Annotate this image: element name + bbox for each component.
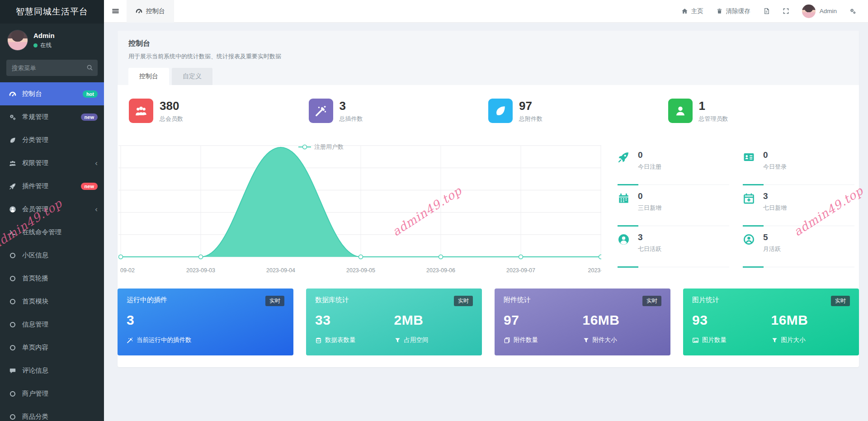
home-label: 主页	[691, 7, 703, 15]
quick-stats-grid: 0今日注册0今日登录0三日新增3七日新增3七日活跃5月活跃	[618, 144, 854, 279]
avatar[interactable]	[7, 30, 28, 51]
funnel-icon	[771, 337, 778, 344]
topbar-tab-label: 控制台	[146, 7, 165, 15]
search-input[interactable]	[6, 60, 98, 76]
panel-metric-label-row: 附件数量	[504, 336, 583, 344]
quick-stat-item: 3七日活跃	[618, 226, 729, 267]
sidebar-item-member[interactable]: 会员管理‹	[0, 198, 104, 221]
x-tick-label: 2023-09-0	[588, 267, 602, 274]
leaf-icon	[9, 137, 16, 144]
user-fill-icon	[618, 233, 630, 246]
tab-custom[interactable]: 自定义	[172, 68, 212, 85]
legend-label: 注册用户数	[314, 143, 344, 151]
sidebar-item-command[interactable]: 在线命令管理	[0, 221, 104, 244]
docs-button[interactable]	[763, 8, 770, 14]
chart-point[interactable]	[519, 255, 523, 259]
sidebar-item-label: 分类管理	[22, 136, 98, 144]
sidebar-item-permission[interactable]: 权限管理‹	[0, 151, 104, 175]
sidebar-item-icon	[9, 205, 16, 213]
chart-legend[interactable]: 注册用户数	[298, 143, 344, 151]
sidebar-item-dashboard[interactable]: 控制台hot	[0, 82, 104, 105]
sidebar-item-label: 首页轮播	[22, 274, 98, 283]
sidebar-item-icon	[9, 251, 16, 259]
panel-images: 图片统计实时93图片数量16MB图片大小	[683, 289, 859, 355]
avatar	[802, 5, 816, 18]
stat-value: 1	[699, 99, 728, 113]
panel-metric-label: 当前运行中的插件数	[137, 336, 192, 344]
user-ring-icon	[743, 233, 755, 246]
chart-point[interactable]	[599, 255, 602, 259]
stat-label: 总插件数	[340, 115, 363, 123]
app-root: 智慧同城生活平台 Admin 在线 控制台hot常规管理new分类管理权限管理‹…	[0, 0, 868, 421]
rocket-icon	[9, 183, 16, 190]
sidebar-item-label: 插件管理	[22, 182, 78, 190]
panel-metric: 93图片数量	[692, 312, 771, 344]
leaf-icon	[494, 104, 507, 117]
user-name: Admin	[33, 32, 55, 39]
panel-metric-label-row: 数据表数量	[315, 336, 394, 344]
quick-stat-item: 0今日登录	[743, 144, 854, 185]
legend-marker-icon	[298, 144, 311, 150]
sidebar-item-goods[interactable]: 商品分类	[0, 405, 104, 421]
tab-dashboard[interactable]: 控制台	[128, 68, 169, 85]
bars-icon	[112, 7, 119, 15]
user-panel: Admin 在线	[0, 24, 104, 56]
quick-stat-label: 月活跃	[763, 245, 781, 253]
stat-icon	[488, 99, 513, 123]
sidebar-item-merchant[interactable]: 商户管理	[0, 382, 104, 405]
clear-cache-button[interactable]: 清除缓存	[716, 7, 750, 15]
sidebar-item-info[interactable]: 信息管理	[0, 313, 104, 336]
sidebar-menu: 控制台hot常规管理new分类管理权限管理‹插件管理new会员管理‹在线命令管理…	[0, 82, 104, 421]
sidebar-item-badge: new	[81, 183, 98, 190]
settings-button[interactable]	[849, 8, 856, 14]
sidebar-item-page[interactable]: 单页内容	[0, 336, 104, 359]
chart-point[interactable]	[199, 255, 203, 259]
sidebar-item-comment[interactable]: 评论信息	[0, 359, 104, 382]
home-link[interactable]: 主页	[681, 7, 703, 15]
stat-label: 总附件数	[519, 115, 542, 123]
sidebar-item-badge: new	[81, 114, 98, 121]
stat-icon	[129, 99, 153, 123]
panel-metric: 16MB图片大小	[771, 312, 850, 344]
sidebar-item-category[interactable]: 分类管理	[0, 128, 104, 151]
panel-metric-label-row: 图片数量	[692, 336, 771, 344]
chart-point[interactable]	[359, 255, 363, 259]
quick-stat-icon	[743, 192, 757, 204]
sidebar-item-plugin[interactable]: 插件管理new	[0, 175, 104, 198]
funnel-icon	[394, 337, 401, 344]
sidebar-item-banner[interactable]: 首页轮播	[0, 267, 104, 290]
topbar-user[interactable]: Admin	[802, 5, 837, 18]
sidebar-search	[6, 60, 98, 76]
sidebar-item-icon	[9, 182, 16, 190]
topbar-tab-dashboard[interactable]: 控制台	[127, 0, 174, 23]
panel-metric-label-row: 附件大小	[583, 336, 662, 344]
chart-point[interactable]	[439, 255, 443, 259]
sidebar-item-module[interactable]: 首页模块	[0, 290, 104, 313]
user-status: 在线	[33, 42, 55, 49]
calendar-plus-icon	[743, 192, 755, 204]
home-icon	[681, 8, 688, 14]
sidebar-item-label: 会员管理	[22, 205, 92, 213]
quick-stat-label: 七日新增	[763, 204, 787, 212]
sidebar-item-icon	[9, 367, 16, 374]
expand-icon	[783, 8, 789, 14]
sidebar-item-general[interactable]: 常规管理new	[0, 105, 104, 128]
sidebar-item-icon	[9, 228, 16, 236]
gears-icon	[9, 114, 16, 121]
x-tick-label: 09-02	[120, 267, 135, 274]
idcard-icon	[743, 151, 755, 163]
search-icon	[86, 64, 93, 71]
realtime-badge: 实时	[642, 296, 661, 306]
main-area: 控制台 主页 清除缓存 Admin 控制台 用于展示当前系统中的统计数据、统计报…	[104, 0, 868, 421]
sidebar-item-icon	[9, 321, 16, 328]
sidebar-toggle-button[interactable]	[104, 0, 127, 23]
fullscreen-button[interactable]	[783, 8, 789, 14]
panel-metric-label: 附件数量	[514, 336, 538, 344]
panel-metric-label: 数据表数量	[325, 336, 356, 344]
panel-metric-label: 附件大小	[593, 336, 617, 344]
realtime-badge: 实时	[265, 296, 284, 306]
quick-stat-icon	[743, 233, 757, 246]
chart-point[interactable]	[119, 255, 123, 259]
sidebar-item-icon	[9, 298, 16, 305]
sidebar-item-community[interactable]: 小区信息	[0, 244, 104, 267]
